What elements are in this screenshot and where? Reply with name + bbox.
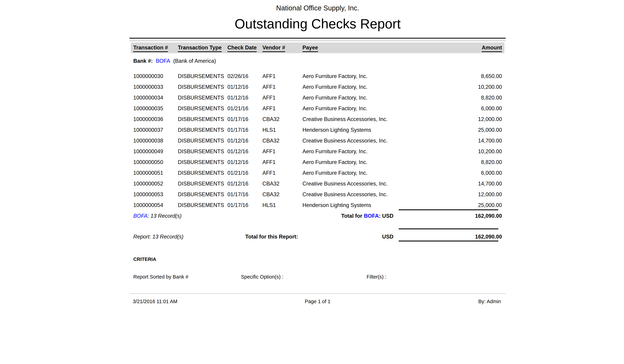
cell-payee: Aero Furniture Factory, Inc. [303,83,399,94]
cell-vendor-number: AFF1 [262,159,303,170]
title-divider-dark [130,38,506,39]
cell-transaction-type: DISBURSEMENTS [178,127,227,137]
cell-vendor-number: AFF1 [262,170,303,180]
title-divider-light [130,40,506,41]
column-header-vendor-number[interactable]: Vendor # [262,45,303,53]
cell-transaction-type: DISBURSEMENTS [178,116,227,127]
cell-transaction-type: DISBURSEMENTS [178,83,227,94]
table-header: Transaction # Transaction Type Check Dat… [131,43,504,53]
cell-check-date: 02/26/16 [227,73,262,83]
cell-transaction-type: DISBURSEMENTS [178,105,227,116]
cell-check-date: 01/21/16 [227,170,262,180]
cell-amount: 10,200.00 [399,83,504,94]
column-header-amount[interactable]: Amount [399,45,504,53]
cell-transaction-number: 1000000050 [131,159,178,170]
bank-name: (Bank of America) [173,58,216,64]
report-total-rule-top [399,229,498,229]
cell-check-date: 01/12/16 [227,148,262,159]
cell-payee: Aero Furniture Factory, Inc. [303,105,399,116]
cell-transaction-number: 1000000051 [131,170,178,180]
cell-amount: 8,820.00 [399,94,504,105]
report-total-rule-bottom [399,241,498,241]
cell-check-date: 01/12/16 [227,83,262,94]
cell-check-date: 01/12/16 [227,94,262,105]
cell-check-date: 01/12/16 [227,180,262,191]
criteria-sorted-by: Report Sorted by Bank # [133,274,188,280]
footer-page-number: Page 1 of 1 [131,298,504,305]
cell-transaction-type: DISBURSEMENTS [178,191,227,202]
column-header-payee[interactable]: Payee [303,45,399,53]
cell-payee: Creative Business Accessories, Inc. [303,191,399,202]
cell-check-date: 01/21/16 [227,105,262,116]
column-header-check-date[interactable]: Check Date [227,45,262,53]
bank-total-amount: 162,090.00 [475,212,502,219]
cell-check-date: 01/17/16 [227,116,262,127]
table-row: 1000000053 DISBURSEMENTS 01/17/16 CBA32 … [131,191,504,202]
cell-vendor-number: AFF1 [262,94,303,105]
table-row: 1000000034 DISBURSEMENTS 01/12/16 AFF1 A… [131,94,504,105]
cell-transaction-number: 1000000054 [131,202,178,212]
cell-transaction-number: 1000000033 [131,83,178,94]
cell-vendor-number: CBA32 [262,137,303,148]
cell-payee: Creative Business Accessories, Inc. [303,137,399,148]
column-header-transaction-number[interactable]: Transaction # [131,45,178,53]
cell-transaction-type: DISBURSEMENTS [178,148,227,159]
bank-code-link[interactable]: BOFA [364,213,379,219]
cell-vendor-number: AFF1 [262,148,303,159]
company-name: National Office Supply, Inc. [131,4,504,12]
cell-amount: 25,000.00 [399,202,504,212]
report-total-label: Total for this Report: [245,233,298,240]
cell-transaction-type: DISBURSEMENTS [178,202,227,212]
cell-transaction-type: DISBURSEMENTS [178,137,227,148]
cell-transaction-number: 1000000049 [131,148,178,159]
cell-transaction-type: DISBURSEMENTS [178,170,227,180]
cell-amount: 14,700.00 [399,180,504,191]
bank-total-rule [399,209,498,210]
bank-group-header: Bank #: BOFA (Bank of America) [133,57,216,64]
table-row: 1000000033 DISBURSEMENTS 01/12/16 AFF1 A… [131,83,504,94]
cell-vendor-number: AFF1 [262,83,303,94]
cell-amount: 25,000.00 [399,127,504,137]
cell-vendor-number: CBA32 [262,191,303,202]
criteria-specific-options: Specific Option(s) : [241,274,283,280]
cell-payee: Aero Furniture Factory, Inc. [303,170,399,180]
table-row: 1000000030 DISBURSEMENTS 02/26/16 AFF1 A… [131,73,504,83]
bank-code-link[interactable]: BOFA [156,58,170,64]
footer-printed-by: By: Admin [478,298,501,305]
cell-transaction-type: DISBURSEMENTS [178,94,227,105]
bank-code-link[interactable]: BOFA [133,213,148,219]
cell-payee: Henderson Lighting Systems [303,202,399,212]
footer-divider [130,293,506,294]
table-row: 1000000051 DISBURSEMENTS 01/21/16 AFF1 A… [131,170,504,180]
cell-amount: 12,000.00 [399,191,504,202]
table-rows: 1000000030 DISBURSEMENTS 02/26/16 AFF1 A… [131,73,504,212]
cell-vendor-number: AFF1 [262,73,303,83]
report-total-amount: 162,090.00 [475,233,502,240]
table-row: 1000000036 DISBURSEMENTS 01/17/16 CBA32 … [131,116,504,127]
bank-total-label: Total forBOFA: USD [341,212,394,219]
cell-payee: Creative Business Accessories, Inc. [303,180,399,191]
cell-payee: Aero Furniture Factory, Inc. [303,94,399,105]
cell-vendor-number: CBA32 [262,180,303,191]
table-row: 1000000052 DISBURSEMENTS 01/12/16 CBA32 … [131,180,504,191]
table-row: 1000000050 DISBURSEMENTS 01/12/16 AFF1 A… [131,159,504,170]
cell-transaction-number: 1000000036 [131,116,178,127]
bank-record-count: BOFA: 13 Record(s) [133,212,182,219]
cell-vendor-number: HLS1 [262,202,303,212]
cell-transaction-number: 1000000034 [131,94,178,105]
cell-vendor-number: CBA32 [262,116,303,127]
cell-payee: Aero Furniture Factory, Inc. [303,148,399,159]
cell-payee: Creative Business Accessories, Inc. [303,116,399,127]
cell-transaction-number: 1000000053 [131,191,178,202]
cell-vendor-number: HLS1 [262,127,303,137]
table-row: 1000000054 DISBURSEMENTS 01/17/16 HLS1 H… [131,202,504,212]
column-header-transaction-type[interactable]: Transaction Type [178,45,227,53]
cell-check-date: 01/12/16 [227,137,262,148]
cell-payee: Aero Furniture Factory, Inc. [303,73,399,83]
cell-check-date: 01/12/16 [227,159,262,170]
cell-transaction-number: 1000000030 [131,73,178,83]
cell-check-date: 01/17/16 [227,127,262,137]
cell-transaction-number: 1000000052 [131,180,178,191]
table-row: 1000000035 DISBURSEMENTS 01/21/16 AFF1 A… [131,105,504,116]
bank-label: Bank #: [133,58,153,64]
